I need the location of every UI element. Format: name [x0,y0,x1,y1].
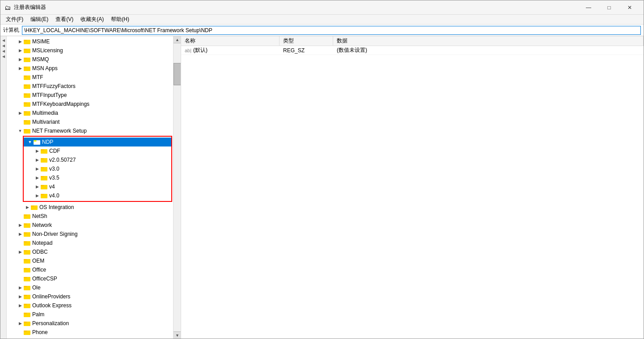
svg-rect-59 [24,304,27,305]
tree-item-mtf[interactable]: ▶ MTF [7,73,173,82]
tree-item-v4[interactable]: ▶ v4 [24,182,171,191]
tree-label-mtfinputtype: MTFInputType [32,92,67,98]
folder-icon-office [24,267,31,273]
folder-icon-ndp [34,139,41,145]
tree-label-mtf: MTF [32,74,43,80]
folder-icon-officecsp [24,276,31,282]
menu-favorites[interactable]: 收藏夹(A) [77,15,107,24]
scroll-up-btn[interactable]: ▲ [174,36,181,43]
expand-v2050727[interactable]: ▶ [34,156,41,163]
close-button[interactable]: ✕ [619,0,640,15]
svg-rect-11 [24,84,27,86]
folder-icon [24,47,31,54]
tree-item-palm[interactable]: ▶ Palm [7,310,173,319]
folder-icon-ole [24,285,31,291]
tree-item-msime[interactable]: ▶ MSIME [7,37,173,46]
maximize-button[interactable]: □ [599,0,619,15]
tree-item-personalization[interactable]: ▶ Personalization [7,319,173,328]
tree-label-onlineproviders: OnlineProviders [32,293,70,300]
tree-item-v30[interactable]: ▶ v3.0 [24,164,171,173]
expand-v4[interactable]: ▶ [34,183,41,190]
expand-ndp[interactable]: ▼ [26,138,34,146]
tree-item-osintegration[interactable]: ▶ OS Integration [7,203,173,212]
tree-item-oem[interactable]: ▶ OEM [7,256,173,265]
tree-item-onlineproviders[interactable]: ▶ OnlineProviders [7,292,173,301]
minimize-button[interactable]: — [578,0,599,15]
expand-msime[interactable]: ▶ [17,38,24,45]
tree-item-mtfkeyboardmappings[interactable]: ▶ MTFKeyboardMappings [7,100,173,109]
menu-view[interactable]: 查看(V) [52,15,77,24]
registry-editor-window: 🗂 注册表编辑器 — □ ✕ 文件(F) 编辑(E) 查看(V) 收藏夹(A) … [0,0,644,339]
col-header-data[interactable]: 数据 [333,36,644,46]
svg-rect-43 [24,232,27,234]
expand-network[interactable]: ▶ [17,222,24,229]
menu-file[interactable]: 文件(F) [2,15,27,24]
folder-icon-notepad [24,240,31,246]
tree-item-mtffuzzyfactors[interactable]: ▶ MTFFuzzyFactors [7,82,173,91]
expand-outlookexpress[interactable]: ▶ [17,302,24,309]
sidebar-arrow-1[interactable]: ◀ [1,38,6,42]
tree-item-netframeworksetup[interactable]: ▼ NET Framework Setup [7,126,173,135]
expand-v30[interactable]: ▶ [34,165,41,172]
tree-item-mslicensing[interactable]: ▶ MSLicensing [7,46,173,55]
svg-rect-31 [41,176,44,177]
tree-item-multivariant[interactable]: ▶ Multivariant [7,117,173,126]
expand-v35[interactable]: ▶ [34,174,41,181]
expand-nondrivers[interactable]: ▶ [17,230,24,238]
tree-item-office[interactable]: ▶ Office [7,265,173,274]
tree-item-ole[interactable]: ▶ Ole [7,283,173,292]
expand-msnapps[interactable]: ▶ [17,65,24,72]
tree-item-cdf[interactable]: ▶ CDF [24,146,171,155]
tree-item-nondrivers[interactable]: ▶ Non-Driver Signing [7,230,173,239]
tree-item-msmq[interactable]: ▶ MSMQ [7,55,173,64]
expand-v40[interactable]: ▶ [34,192,41,199]
tree-item-v2050727[interactable]: ▶ v2.0.50727 [24,155,171,164]
tree-label-network: Network [32,222,52,228]
address-input[interactable] [22,26,641,35]
expand-msmq[interactable]: ▶ [17,56,24,63]
tree-item-v40[interactable]: ▶ v4.0 [24,191,171,200]
expand-cdf[interactable]: ▶ [34,147,41,155]
menu-help[interactable]: 帮助(H) [107,15,133,24]
tree-item-phone[interactable]: ▶ Phone [7,328,173,337]
sidebar-arrow-3[interactable]: ◀ [1,49,6,53]
tree-item-netsh[interactable]: ▶ NetSh [7,212,173,221]
tree-item-odbc[interactable]: ▶ ODBC [7,247,173,256]
tree-item-network[interactable]: ▶ Network [7,221,173,230]
expand-multimedia[interactable]: ▶ [17,109,24,117]
scroll-down-btn[interactable]: ▼ [174,331,181,339]
expand-onlineproviders[interactable]: ▶ [17,293,24,300]
menu-edit[interactable]: 编辑(E) [27,15,52,24]
col-header-type[interactable]: 类型 [280,36,333,46]
scroll-thumb[interactable] [174,63,181,85]
folder-icon-osintegration [31,204,38,210]
tree-item-mtfinputtype[interactable]: ▶ MTFInputType [7,91,173,100]
reg-row-default[interactable]: ab| (默认) REG_SZ (数值未设置) [181,46,644,55]
tree-panel[interactable]: ▶ MSIME ▶ MSLicensing ▶ MSMQ [7,36,181,339]
folder-icon-palm [24,311,31,318]
window-title: 注册表编辑器 [14,4,46,11]
expand-ole[interactable]: ▶ [17,284,24,291]
svg-rect-1 [24,40,27,41]
expand-netframeworksetup[interactable]: ▼ [17,127,24,134]
tree-item-msnapps[interactable]: ▶ MSN Apps [7,64,173,73]
expand-mslicensing[interactable]: ▶ [17,47,24,54]
tree-item-multimedia[interactable]: ▶ Multimedia [7,109,173,117]
sidebar-arrow-4[interactable]: ◀ [1,54,6,59]
reg-name-default: ab| (默认) [181,46,280,55]
reg-data-default: (数值未设置) [333,46,644,55]
tree-scrollbar[interactable]: ▲ ▼ [173,36,181,339]
tree-item-photos[interactable]: ▶ Photos [7,337,173,339]
tree-item-notepad[interactable]: ▶ Notepad [7,239,173,247]
col-header-name[interactable]: 名称 [181,36,280,46]
window-controls: — □ ✕ [578,0,640,15]
tree-item-v35[interactable]: ▶ v3.5 [24,173,171,182]
tree-item-ndp[interactable]: ▼ NDP [24,138,171,146]
expand-osintegration[interactable]: ▶ [24,204,31,211]
sidebar-arrow-2[interactable]: ◀ [1,43,6,48]
tree-label-office: Office [32,267,46,273]
expand-personalization[interactable]: ▶ [17,320,24,327]
tree-item-outlookexpress[interactable]: ▶ Outlook Express [7,301,173,310]
expand-odbc[interactable]: ▶ [17,248,24,255]
tree-item-officecsp[interactable]: ▶ OfficeCSP [7,274,173,283]
